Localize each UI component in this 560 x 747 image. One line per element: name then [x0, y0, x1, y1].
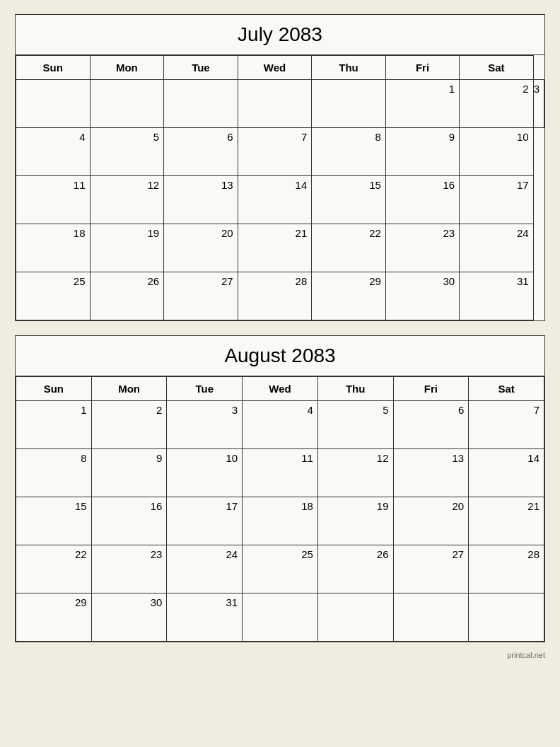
calendar-day: 2: [91, 401, 167, 449]
aug-header-thu: Thu: [317, 377, 393, 401]
aug-header-wed: Wed: [243, 377, 318, 401]
calendar-day: 17: [460, 176, 533, 224]
calendar-day: 13: [393, 449, 469, 497]
calendar-day: 24: [460, 224, 533, 272]
calendar-day: 26: [317, 545, 393, 593]
calendar-day: 18: [16, 224, 91, 272]
july-header-row: Sun Mon Tue Wed Thu Fri Sat: [16, 56, 544, 80]
calendar-day: 21: [469, 497, 544, 545]
table-row: 891011121314: [16, 449, 544, 497]
calendar-day: 21: [238, 224, 312, 272]
calendar-day: 29: [16, 593, 92, 642]
aug-header-tue: Tue: [167, 377, 243, 401]
calendar-day: [164, 80, 238, 128]
table-row: 1234567: [16, 401, 544, 449]
jul-header-tue: Tue: [164, 56, 238, 80]
calendar-day: 1: [385, 80, 459, 128]
july-title: July 2083: [16, 15, 544, 55]
calendar-day: 20: [393, 497, 469, 545]
august-calendar: August 2083 Sun Mon Tue Wed Thu Fri Sat …: [15, 335, 545, 642]
calendar-day: 6: [393, 401, 469, 449]
aug-header-fri: Fri: [393, 377, 469, 401]
aug-header-sat: Sat: [469, 377, 544, 401]
watermark: printcal.net: [15, 651, 545, 659]
calendar-day: 30: [385, 272, 459, 320]
august-title: August 2083: [16, 336, 544, 376]
calendar-day: 17: [167, 497, 243, 545]
calendar-day: 24: [167, 545, 243, 593]
calendar-day: 13: [164, 176, 238, 224]
calendar-day: 16: [91, 497, 167, 545]
calendar-day: [243, 593, 318, 642]
calendar-day: 2: [460, 80, 533, 128]
calendar-day: 7: [238, 128, 312, 176]
calendar-day: 9: [385, 128, 459, 176]
table-row: 18192021222324: [16, 224, 544, 272]
calendar-day: [393, 593, 469, 642]
calendar-day: [238, 80, 312, 128]
calendar-day: 3: [167, 401, 243, 449]
calendar-day: 28: [238, 272, 312, 320]
calendar-day: 8: [312, 128, 386, 176]
calendar-day: 30: [91, 593, 167, 642]
calendar-day: 20: [164, 224, 238, 272]
jul-header-fri: Fri: [385, 56, 459, 80]
jul-header-sun: Sun: [16, 56, 91, 80]
table-row: 11121314151617: [16, 176, 544, 224]
calendar-day: 9: [91, 449, 167, 497]
calendar-day: 31: [167, 593, 243, 642]
calendar-day: 22: [312, 224, 386, 272]
aug-header-mon: Mon: [91, 377, 167, 401]
calendar-day: [312, 80, 386, 128]
july-body: 1234567891011121314151617181920212223242…: [16, 80, 544, 320]
calendar-day: 19: [90, 224, 164, 272]
calendar-day: 1: [16, 401, 92, 449]
calendar-day: 12: [90, 176, 164, 224]
calendar-day: 4: [16, 128, 91, 176]
calendar-day: 6: [164, 128, 238, 176]
jul-header-sat: Sat: [460, 56, 533, 80]
calendar-day: 25: [16, 272, 91, 320]
calendar-day: [469, 593, 544, 642]
calendar-day: 8: [16, 449, 92, 497]
calendar-day: 11: [16, 176, 91, 224]
calendar-day: 16: [385, 176, 459, 224]
calendar-day: 10: [460, 128, 533, 176]
calendar-day: 19: [317, 497, 393, 545]
calendar-day: 4: [243, 401, 318, 449]
july-grid: Sun Mon Tue Wed Thu Fri Sat 123456789101…: [16, 55, 544, 320]
calendar-day: 27: [393, 545, 469, 593]
calendar-day: [16, 80, 91, 128]
august-grid: Sun Mon Tue Wed Thu Fri Sat 123456789101…: [16, 376, 544, 642]
jul-header-thu: Thu: [312, 56, 386, 80]
calendar-day: 23: [385, 224, 459, 272]
calendar-day: 15: [312, 176, 386, 224]
calendar-day: 28: [469, 545, 544, 593]
calendar-day: 10: [167, 449, 243, 497]
calendar-day: 27: [164, 272, 238, 320]
calendar-day: 12: [317, 449, 393, 497]
calendar-day: 3: [533, 80, 544, 128]
calendar-day: 26: [90, 272, 164, 320]
table-row: 15161718192021: [16, 497, 544, 545]
calendar-day: 23: [91, 545, 167, 593]
jul-header-mon: Mon: [90, 56, 164, 80]
july-calendar: July 2083 Sun Mon Tue Wed Thu Fri Sat 12…: [15, 14, 545, 321]
table-row: 123: [16, 80, 544, 128]
table-row: 22232425262728: [16, 545, 544, 593]
calendar-day: [317, 593, 393, 642]
calendar-day: 11: [243, 449, 318, 497]
calendar-day: 15: [16, 497, 92, 545]
aug-header-sun: Sun: [16, 377, 92, 401]
calendar-day: 5: [90, 128, 164, 176]
calendar-day: 31: [460, 272, 533, 320]
calendar-day: 22: [16, 545, 92, 593]
table-row: 293031: [16, 593, 544, 642]
august-header-row: Sun Mon Tue Wed Thu Fri Sat: [16, 377, 544, 401]
calendar-day: 7: [469, 401, 544, 449]
calendar-day: 5: [317, 401, 393, 449]
jul-header-wed: Wed: [238, 56, 312, 80]
table-row: 45678910: [16, 128, 544, 176]
calendar-day: 14: [238, 176, 312, 224]
calendar-day: 14: [469, 449, 544, 497]
